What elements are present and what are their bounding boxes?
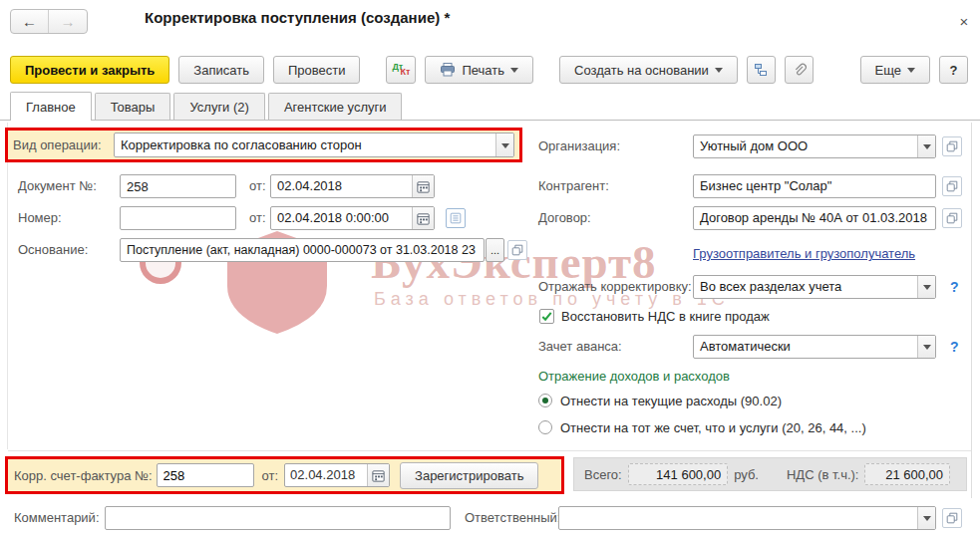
operation-type-label: Вид операции: (13, 137, 114, 152)
attachments-button[interactable] (785, 56, 814, 84)
responsible-open-button[interactable] (942, 508, 962, 528)
dropdown-button[interactable] (917, 135, 935, 157)
dropdown-button[interactable] (917, 276, 935, 298)
back-button[interactable]: ← (11, 10, 49, 33)
organization-label: Организация: (538, 134, 620, 158)
current-expenses-radio[interactable] (538, 394, 552, 407)
journal-list-button[interactable] (446, 208, 466, 228)
document-number-label: Документ №: (18, 174, 97, 198)
restore-vat-checkbox[interactable] (539, 309, 554, 324)
forward-arrow-icon: → (61, 13, 76, 30)
contract-field[interactable]: Договор аренды № 40А от 01.03.2018 (693, 206, 936, 230)
page-title: Корректировка поступления (создание) * (145, 9, 450, 26)
contract-value: Договор аренды № 40А от 01.03.2018 (694, 207, 935, 229)
calendar-icon (371, 468, 386, 483)
contract-open-button[interactable] (942, 208, 962, 228)
same-account-radio[interactable] (538, 420, 552, 434)
tab-main[interactable]: Главное (10, 92, 92, 121)
form-left-edge (7, 123, 8, 449)
post-and-close-button[interactable]: Провести и закрыть (10, 56, 169, 84)
open-icon (945, 211, 959, 225)
calendar-button[interactable] (367, 464, 389, 486)
basis-open-button[interactable] (507, 240, 527, 260)
advance-offset-label: Зачет аванса: (538, 335, 622, 359)
post-button[interactable]: Провести (273, 56, 361, 84)
corrective-invoice-label: Корр. счет-фактура №: (14, 468, 153, 483)
chevron-down-icon (923, 516, 931, 525)
chevron-down-icon (907, 68, 915, 77)
create-based-on-button[interactable]: Создать на основании (559, 56, 738, 84)
credit-icon: Кт (401, 68, 411, 77)
forward-button[interactable]: → (49, 10, 87, 33)
open-icon (510, 243, 524, 257)
form-right-edge (971, 123, 972, 498)
close-button[interactable]: × (953, 10, 975, 32)
vat-value: 21 600,00 (864, 463, 950, 485)
calendar-button[interactable] (412, 175, 434, 197)
tab-goods[interactable]: Товары (95, 93, 171, 120)
document-date-value: 02.04.2018 (271, 175, 412, 197)
comment-input[interactable] (105, 506, 451, 530)
chevron-down-icon (923, 285, 931, 294)
comment-label: Комментарий: (14, 506, 100, 530)
number-input[interactable] (120, 206, 236, 230)
document-window: БухЭксперт8 База ответов по учету в 1С ←… (0, 0, 980, 536)
document-date-field[interactable]: 02.04.2018 (270, 174, 435, 198)
dropdown-button[interactable] (917, 507, 935, 529)
register-invoice-button[interactable]: Зарегистрировать (400, 462, 538, 489)
shipper-consignee-link[interactable]: Грузоотправитель и грузополучатель (693, 246, 915, 261)
help-button[interactable]: ? (939, 56, 968, 84)
chevron-down-icon (923, 345, 931, 354)
corrective-invoice-number-input[interactable] (157, 463, 254, 487)
basis-label: Основание: (18, 238, 88, 262)
dropdown-button[interactable] (495, 134, 513, 156)
corrective-invoice-highlight: Корр. счет-фактура №: от: 02.04.2018 Зар… (5, 456, 564, 494)
back-arrow-icon: ← (22, 13, 37, 30)
organization-value: Уютный дом ООО (694, 135, 917, 157)
advance-offset-select[interactable]: Автоматически (693, 335, 936, 359)
write-button[interactable]: Записать (178, 56, 264, 84)
list-icon (449, 211, 463, 225)
organization-open-button[interactable] (942, 136, 962, 156)
number-from-label: от: (249, 206, 266, 230)
number-datetime-value: 02.04.2018 0:00:00 (271, 207, 412, 229)
counterparty-field[interactable]: Бизнес центр "Солар" (693, 174, 936, 198)
counterparty-label: Контрагент: (538, 174, 609, 198)
reflect-correction-select[interactable]: Во всех разделах учета (693, 275, 936, 299)
organization-select[interactable]: Уютный дом ООО (693, 134, 936, 158)
invoice-date-field[interactable]: 02.04.2018 (284, 463, 390, 487)
chevron-down-icon (923, 144, 931, 153)
totals-panel: Всего: 141 600,00 руб. НДС (в т.ч.): 21 … (573, 457, 967, 491)
responsible-select[interactable] (558, 506, 936, 530)
basis-input[interactable] (120, 238, 485, 262)
dropdown-button[interactable] (917, 336, 935, 358)
contract-label: Договор: (538, 206, 591, 230)
printer-icon (440, 63, 456, 77)
create-based-on-label: Создать на основании (574, 63, 709, 78)
chevron-down-icon (501, 143, 509, 152)
operation-type-select[interactable]: Корректировка по согласованию сторон (114, 133, 514, 157)
document-number-input[interactable] (120, 174, 236, 198)
number-datetime-field[interactable]: 02.04.2018 0:00:00 (270, 206, 435, 230)
calendar-button[interactable] (412, 207, 434, 229)
reflect-help-icon[interactable]: ? (950, 275, 959, 299)
show-postings-button[interactable]: Дт Кт (386, 56, 416, 84)
basis-choose-button[interactable]: ... (486, 238, 504, 262)
counterparty-open-button[interactable] (942, 176, 962, 196)
tab-services[interactable]: Услуги (2) (173, 93, 264, 120)
more-button[interactable]: Еще (860, 56, 930, 84)
related-documents-button[interactable] (747, 56, 776, 84)
responsible-value (559, 507, 917, 529)
reflect-correction-label: Отражать корректировку: (538, 275, 692, 299)
invoice-date-value: 02.04.2018 (285, 464, 367, 486)
bottom-separator (8, 450, 971, 451)
tab-bar: Главное Товары Услуги (2) Агентские услу… (0, 92, 980, 121)
chevron-down-icon (510, 68, 518, 77)
total-value: 141 600,00 (628, 463, 728, 485)
print-button[interactable]: Печать (425, 56, 533, 84)
advance-offset-value: Автоматически (694, 336, 917, 358)
advance-offset-help-icon[interactable]: ? (950, 335, 959, 359)
tab-agency-services[interactable]: Агентские услуги (268, 93, 403, 120)
invoice-from-label: от: (262, 468, 279, 483)
paperclip-icon (792, 63, 807, 78)
